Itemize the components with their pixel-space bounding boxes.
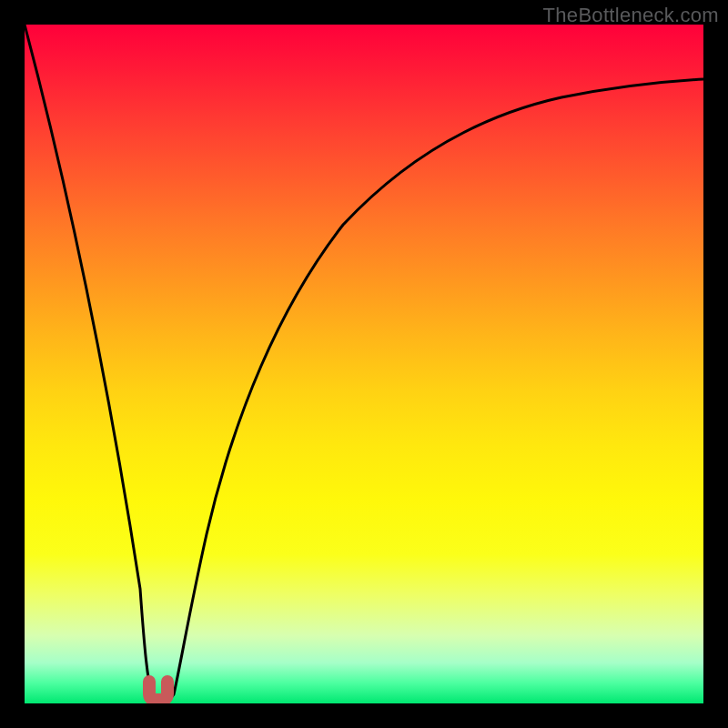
your-config-marker — [149, 682, 167, 700]
chart-svg — [25, 25, 703, 703]
plot-area — [25, 25, 703, 703]
chart-frame — [0, 0, 728, 728]
watermark-text: TheBottleneck.com — [543, 4, 719, 27]
bottleneck-curve — [25, 25, 703, 702]
